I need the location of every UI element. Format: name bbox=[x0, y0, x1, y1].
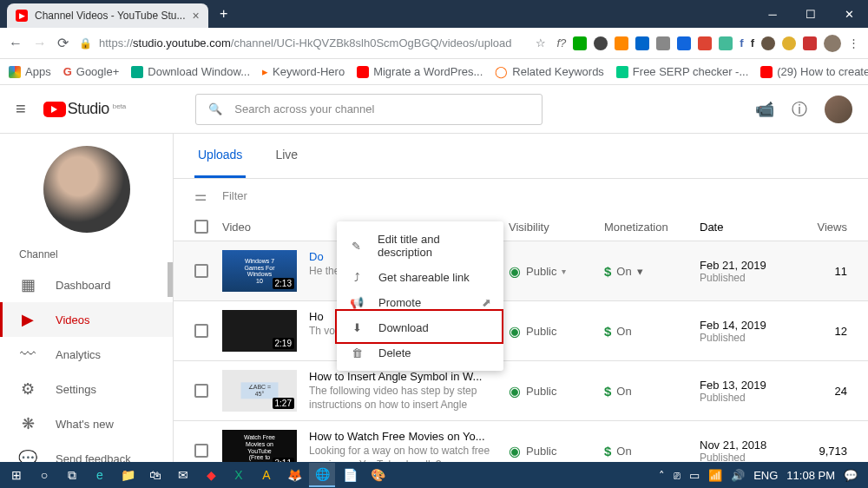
star-icon[interactable]: ☆ bbox=[536, 36, 546, 49]
taskview-icon[interactable]: ⧉ bbox=[59, 463, 85, 487]
filter-label[interactable]: Filter bbox=[222, 189, 247, 202]
sidebar-item-analytics[interactable]: 〰Analytics bbox=[0, 337, 173, 372]
video-title[interactable]: Do bbox=[309, 250, 339, 263]
studio-logo[interactable]: Studio beta bbox=[43, 100, 127, 118]
clock[interactable]: 11:08 PM bbox=[786, 469, 835, 482]
bookmark[interactable]: ◯Related Keywords bbox=[495, 65, 604, 78]
table-row[interactable]: Watch Free Movies on YouTube (Free to Wa… bbox=[174, 421, 868, 462]
video-thumbnail[interactable]: ∠ABC = 45°1:27 bbox=[222, 370, 297, 412]
col-visibility[interactable]: Visibility bbox=[509, 221, 604, 234]
sidebar-item-videos[interactable]: ▶Videos bbox=[0, 302, 173, 337]
channel-profile[interactable] bbox=[0, 134, 173, 241]
video-thumbnail[interactable]: Watch Free Movies on YouTube (Free to Wa… bbox=[222, 430, 297, 462]
browser-tab[interactable]: ▶ Channel Videos - YouTube Stu... × bbox=[7, 3, 208, 28]
bookmark[interactable]: ▸Keyword-Hero bbox=[262, 65, 345, 78]
col-date[interactable]: Date bbox=[700, 221, 795, 234]
window-close-button[interactable]: ✕ bbox=[830, 0, 868, 28]
ext-icon[interactable] bbox=[656, 36, 670, 50]
visibility-cell[interactable]: ◉Public▾ bbox=[509, 263, 604, 280]
visibility-cell[interactable]: ◉Public bbox=[509, 323, 604, 340]
video-title[interactable]: How to Insert Angle Symbol in W... bbox=[309, 370, 509, 383]
context-menu-item[interactable]: 🗑Delete bbox=[337, 340, 503, 366]
select-all-checkbox[interactable] bbox=[194, 220, 208, 234]
context-menu-item[interactable]: ✎Edit title and description bbox=[337, 227, 503, 265]
ads-icon[interactable]: A bbox=[253, 463, 279, 487]
browser-menu-icon[interactable]: ⋮ bbox=[848, 36, 859, 49]
window-maximize-button[interactable]: ☐ bbox=[792, 0, 830, 28]
wifi-icon[interactable]: 📶 bbox=[708, 469, 722, 482]
table-row[interactable]: ∠ABC = 45°1:27 How to Insert Angle Symbo… bbox=[174, 361, 868, 421]
monetization-cell[interactable]: $On▾ bbox=[604, 264, 700, 279]
edge-icon[interactable]: e bbox=[87, 463, 113, 487]
help-icon[interactable]: ⓘ bbox=[792, 99, 807, 120]
sidebar-item-feedback[interactable]: 💬Send feedback bbox=[0, 441, 173, 462]
bookmark[interactable]: (29) How to create ... bbox=[760, 65, 868, 78]
video-thumbnail[interactable]: Windows 7 Games For Windows 102:13 bbox=[222, 250, 297, 292]
battery-icon[interactable]: ▭ bbox=[689, 469, 700, 482]
start-button[interactable]: ⊞ bbox=[3, 463, 30, 487]
col-views[interactable]: Views bbox=[795, 221, 847, 234]
video-thumbnail[interactable]: 2:19 bbox=[222, 310, 297, 352]
video-title[interactable]: How to Watch Free Movies on Yo... bbox=[309, 430, 509, 443]
hamburger-menu-icon[interactable]: ≡ bbox=[16, 99, 26, 119]
tab-close-icon[interactable]: × bbox=[192, 9, 199, 23]
store-icon[interactable]: 🛍 bbox=[142, 463, 168, 487]
row-checkbox[interactable] bbox=[194, 324, 208, 338]
avatar-icon[interactable] bbox=[824, 35, 841, 52]
sidebar-item-settings[interactable]: ⚙Settings bbox=[0, 372, 173, 406]
table-row[interactable]: Windows 7 Games For Windows 102:13 DoHe … bbox=[174, 241, 868, 301]
paint-icon[interactable]: 🎨 bbox=[365, 463, 391, 487]
bookmark[interactable]: GGoogle+ bbox=[63, 65, 120, 78]
notifications-icon[interactable]: 💬 bbox=[844, 469, 858, 482]
ext-icon[interactable] bbox=[782, 36, 796, 50]
back-button[interactable]: ← bbox=[9, 36, 23, 51]
cortana-icon[interactable]: ○ bbox=[31, 463, 57, 487]
ext-icon[interactable] bbox=[803, 36, 817, 50]
scroll-handle[interactable] bbox=[168, 262, 173, 297]
mail-icon[interactable]: ✉ bbox=[170, 463, 196, 487]
visibility-cell[interactable]: ◉Public bbox=[509, 383, 604, 399]
ext-icon[interactable] bbox=[573, 36, 587, 50]
row-checkbox[interactable] bbox=[194, 264, 208, 278]
sidebar-item-dashboard[interactable]: ▦Dashboard bbox=[0, 267, 173, 302]
window-minimize-button[interactable]: ─ bbox=[753, 0, 792, 28]
explorer-icon[interactable]: 📁 bbox=[115, 463, 141, 487]
excel-icon[interactable]: X bbox=[226, 463, 252, 487]
ext-icon[interactable] bbox=[615, 36, 628, 50]
create-video-icon[interactable]: 📹 bbox=[755, 100, 774, 119]
tab-uploads[interactable]: Uploads bbox=[194, 134, 246, 178]
ext-icon[interactable]: f? bbox=[556, 36, 566, 49]
sidebar-item-whatsnew[interactable]: ❋What's new bbox=[0, 406, 173, 441]
ext-icon[interactable] bbox=[594, 36, 608, 50]
ext-icon[interactable] bbox=[719, 36, 733, 50]
lang-indicator[interactable]: ENG bbox=[753, 469, 778, 482]
filter-icon[interactable]: ⚌ bbox=[194, 188, 207, 204]
monetization-cell[interactable]: $On bbox=[604, 324, 700, 339]
bookmark[interactable]: Download Window... bbox=[131, 65, 250, 78]
tray-icon[interactable]: ⎚ bbox=[674, 469, 681, 482]
url-field[interactable]: 🔒 https://studio.youtube.com/channel/UCi… bbox=[79, 36, 546, 49]
notes-icon[interactable]: 📄 bbox=[337, 463, 363, 487]
row-checkbox[interactable] bbox=[194, 444, 208, 458]
visibility-cell[interactable]: ◉Public bbox=[509, 443, 604, 459]
tab-live[interactable]: Live bbox=[272, 134, 301, 178]
table-row[interactable]: 2:19 HoTh vo ◉Public $On Feb 14, 2019Pub… bbox=[174, 301, 868, 361]
ext-icon[interactable]: f bbox=[751, 36, 754, 49]
app-icon[interactable]: ◆ bbox=[198, 463, 224, 487]
ext-icon[interactable] bbox=[761, 36, 775, 50]
context-menu-item[interactable]: 📢Promote⬈ bbox=[337, 290, 503, 315]
video-title[interactable]: Ho bbox=[309, 310, 335, 323]
col-monetization[interactable]: Monetization bbox=[604, 221, 700, 234]
ext-icon[interactable]: f bbox=[740, 36, 743, 49]
chrome-icon[interactable]: 🌐 bbox=[309, 463, 335, 487]
context-menu-item[interactable]: ⤴Get shareable link bbox=[337, 265, 503, 290]
account-avatar[interactable] bbox=[825, 96, 852, 123]
reload-button[interactable]: ⟳ bbox=[57, 35, 69, 51]
new-tab-button[interactable]: + bbox=[214, 3, 234, 24]
tray-up-icon[interactable]: ˄ bbox=[659, 469, 665, 482]
search-input[interactable]: 🔍 Search across your channel bbox=[195, 94, 542, 125]
volume-icon[interactable]: 🔊 bbox=[731, 469, 745, 482]
row-checkbox[interactable] bbox=[194, 384, 208, 398]
firefox-icon[interactable]: 🦊 bbox=[281, 463, 307, 487]
bookmark[interactable]: Free SERP checker -... bbox=[616, 65, 748, 78]
